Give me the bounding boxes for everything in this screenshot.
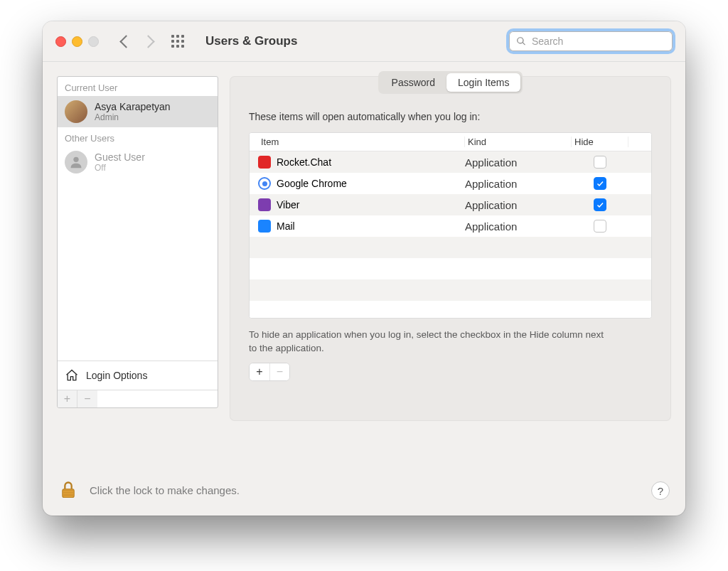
hint-text: To hide an application when you log in, … (249, 329, 604, 356)
lock-text: Click the lock to make changes. (90, 484, 240, 496)
zoom-window-button[interactable] (88, 36, 99, 47)
item-add-remove: + − (249, 363, 290, 381)
search-icon (516, 36, 526, 46)
hide-checkbox[interactable] (594, 177, 606, 190)
tab-bar: Password Login Items (378, 71, 523, 94)
forward-button[interactable] (141, 35, 154, 48)
current-user-name: Asya Karapetyan (95, 101, 171, 112)
window-title: Users & Groups (205, 34, 297, 48)
item-kind: Application (465, 156, 572, 169)
item-name: Rocket.Chat (277, 156, 331, 168)
col-item[interactable]: Item (258, 137, 465, 147)
tab-login-items[interactable]: Login Items (446, 73, 520, 92)
lock-footer: Click the lock to make changes. (58, 480, 240, 500)
preferences-window: Users & Groups Current User Asya Karapet… (43, 21, 685, 516)
lock-icon[interactable] (58, 480, 78, 500)
col-hide[interactable]: Hide (572, 137, 628, 147)
hide-checkbox[interactable] (594, 220, 606, 233)
minimize-window-button[interactable] (72, 36, 82, 47)
item-name: Viber (277, 199, 299, 210)
guest-user-row[interactable]: Guest User Off (58, 146, 218, 178)
chrome-icon (258, 177, 271, 190)
table-row[interactable]: MailApplication (250, 215, 651, 237)
current-user-row[interactable]: Asya Karapetyan Admin (58, 96, 218, 127)
rocket-icon (258, 156, 271, 169)
current-user-role: Admin (95, 112, 171, 122)
show-all-prefs-button[interactable] (171, 35, 184, 48)
remove-item-button[interactable]: − (269, 363, 289, 380)
guest-avatar-icon (65, 151, 87, 174)
close-window-button[interactable] (55, 36, 66, 47)
avatar-icon (65, 100, 87, 123)
hide-checkbox[interactable] (594, 156, 606, 169)
add-item-button[interactable]: + (250, 363, 269, 380)
item-name: Google Chrome (277, 178, 347, 189)
svg-point-0 (73, 157, 78, 162)
tab-password[interactable]: Password (380, 73, 446, 92)
table-header: Item Kind Hide (250, 133, 651, 151)
item-kind: Application (465, 199, 572, 211)
back-button[interactable] (119, 35, 132, 48)
users-sidebar: Current User Asya Karapetyan Admin Other… (57, 76, 218, 408)
table-row[interactable]: ViberApplication (250, 194, 651, 215)
current-user-section-label: Current User (58, 77, 218, 96)
col-kind[interactable]: Kind (465, 137, 572, 147)
search-field[interactable] (509, 31, 673, 51)
hide-checkbox[interactable] (594, 198, 606, 211)
window-controls (55, 36, 99, 47)
home-icon (65, 368, 79, 383)
login-options-label: Login Options (86, 370, 147, 381)
user-add-remove: + − (58, 390, 218, 407)
help-button[interactable]: ? (651, 481, 670, 500)
remove-user-button[interactable]: − (77, 390, 97, 407)
viber-icon (258, 198, 271, 211)
table-row[interactable]: Rocket.ChatApplication (250, 151, 651, 173)
toolbar: Users & Groups (43, 21, 685, 62)
other-users-section-label: Other Users (58, 127, 218, 146)
table-row[interactable]: Google ChromeApplication (250, 173, 651, 194)
guest-user-status: Off (95, 163, 145, 173)
item-kind: Application (465, 178, 572, 190)
mail-icon (258, 220, 271, 233)
main-panel: Password Login Items These items will op… (230, 76, 671, 421)
item-name: Mail (277, 220, 295, 232)
login-options-row[interactable]: Login Options (58, 361, 218, 390)
item-kind: Application (465, 220, 572, 233)
guest-user-name: Guest User (95, 151, 145, 163)
login-items-lead: These items will open automatically when… (249, 111, 652, 122)
login-items-table: Item Kind Hide Rocket.ChatApplicationGoo… (249, 132, 652, 319)
add-user-button[interactable]: + (58, 390, 77, 407)
search-input[interactable] (530, 35, 665, 48)
